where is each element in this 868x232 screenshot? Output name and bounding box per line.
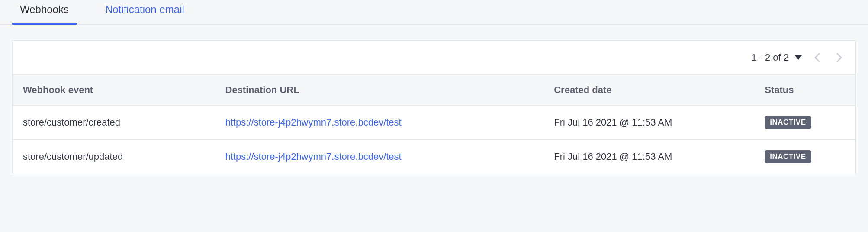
cell-created: Fri Jul 16 2021 @ 11:53 AM bbox=[543, 140, 754, 174]
col-header-destination: Destination URL bbox=[215, 75, 544, 106]
table-header-row: Webhook event Destination URL Created da… bbox=[13, 75, 855, 106]
pagination-arrows bbox=[814, 53, 842, 62]
cell-destination: https://store-j4p2hwymn7.store.bcdev/tes… bbox=[215, 140, 544, 174]
pagination-dropdown-icon[interactable] bbox=[795, 55, 802, 60]
status-badge: INACTIVE bbox=[765, 116, 811, 129]
svg-marker-0 bbox=[795, 55, 802, 60]
tab-notification-email[interactable]: Notification email bbox=[97, 0, 192, 24]
webhooks-panel: 1 - 2 of 2 bbox=[12, 40, 856, 174]
pagination-range: 1 - 2 of 2 bbox=[751, 52, 789, 63]
webhooks-table: Webhook event Destination URL Created da… bbox=[13, 74, 855, 174]
cell-created: Fri Jul 16 2021 @ 11:53 AM bbox=[543, 106, 754, 140]
pagination-control: 1 - 2 of 2 bbox=[751, 52, 802, 63]
col-header-status: Status bbox=[754, 75, 855, 106]
panel-header: 1 - 2 of 2 bbox=[13, 41, 855, 74]
cell-status: INACTIVE bbox=[754, 106, 855, 140]
cell-event: store/customer/created bbox=[13, 106, 215, 140]
page-container: Webhooks Notification email 1 - 2 of 2 bbox=[0, 0, 868, 232]
tabs-bar: Webhooks Notification email bbox=[0, 0, 868, 25]
table-row: store/customer/created https://store-j4p… bbox=[13, 106, 855, 140]
col-header-event: Webhook event bbox=[13, 75, 215, 106]
table-row: store/customer/updated https://store-j4p… bbox=[13, 140, 855, 174]
chevron-right-icon[interactable] bbox=[836, 53, 842, 62]
cell-destination: https://store-j4p2hwymn7.store.bcdev/tes… bbox=[215, 106, 544, 140]
content-area: 1 - 2 of 2 bbox=[0, 25, 868, 174]
status-badge: INACTIVE bbox=[765, 150, 811, 163]
chevron-left-icon[interactable] bbox=[814, 53, 820, 62]
cell-event: store/customer/updated bbox=[13, 140, 215, 174]
tab-webhooks[interactable]: Webhooks bbox=[12, 0, 77, 24]
destination-link[interactable]: https://store-j4p2hwymn7.store.bcdev/tes… bbox=[225, 151, 402, 162]
col-header-created: Created date bbox=[543, 75, 754, 106]
cell-status: INACTIVE bbox=[754, 140, 855, 174]
destination-link[interactable]: https://store-j4p2hwymn7.store.bcdev/tes… bbox=[225, 117, 402, 128]
